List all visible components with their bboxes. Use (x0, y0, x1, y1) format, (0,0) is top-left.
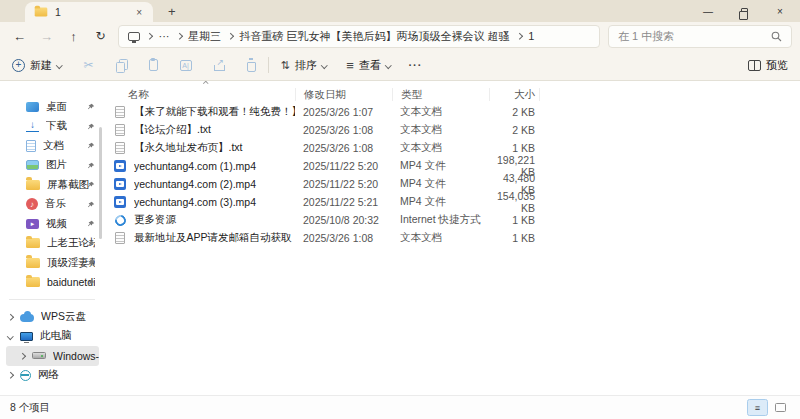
tab-title: 1 (55, 6, 134, 18)
up-button[interactable]: ↑ (60, 29, 87, 44)
tab-bar: 1 × + — × (0, 0, 800, 22)
navigation-bar: ← → ↑ ↻ ··· 星期三 抖音重磅 巨乳女神【美艳后妈】两场顶级全裸会议 … (0, 22, 800, 50)
sidebar-divider (9, 299, 95, 300)
video-file-icon (114, 178, 126, 190)
back-button[interactable]: ← (6, 29, 33, 44)
delete-button[interactable] (247, 62, 256, 72)
search-placeholder: 在 1 中搜索 (618, 29, 674, 44)
file-row[interactable]: 【来了就能下载和观看！纯免费！】.txt 2025/3/26 1:07 文本文档… (108, 103, 800, 121)
item-count: 8 个项目 (10, 401, 50, 415)
video-file-icon (114, 160, 126, 172)
sidebar-item-windows-ssd[interactable]: Windows-SSD (6, 346, 99, 366)
column-header-type[interactable]: 类型 (393, 88, 490, 101)
window-controls: — × (702, 0, 800, 22)
sidebar-item-documents[interactable]: 文档 (0, 136, 104, 156)
pin-icon (87, 103, 95, 111)
sidebar-item-folder-2[interactable]: 顶级淫妻戴安 (0, 253, 104, 273)
cloud-icon (20, 314, 34, 322)
new-tab-button[interactable]: + (168, 4, 176, 19)
column-header-date[interactable]: 修改日期 (296, 88, 393, 101)
rename-button[interactable] (180, 60, 192, 71)
chevron-right-icon (516, 33, 522, 39)
close-button[interactable]: × (774, 6, 786, 17)
details-view-button[interactable]: ≡ (747, 399, 768, 416)
collapse-chevron-icon[interactable] (7, 333, 13, 339)
explorer-tab[interactable]: 1 × (25, 2, 153, 22)
view-toggles: ≡ (747, 399, 786, 416)
command-toolbar: 新建 ✂ ⇅ 排序 ≡ 查看 ··· 预览 (0, 50, 800, 81)
folder-icon (26, 180, 40, 190)
pin-icon (87, 162, 95, 170)
breadcrumb-collapsed[interactable]: ··· (159, 30, 170, 42)
file-row[interactable]: yechuntang4.com (2).mp4 2025/11/22 5:20 … (108, 175, 800, 193)
text-file-icon (115, 106, 125, 118)
paste-button[interactable] (149, 59, 158, 71)
sidebar-item-pictures[interactable]: 图片 (0, 156, 104, 176)
search-input[interactable]: 在 1 中搜索 (608, 25, 792, 48)
video-file-icon (114, 196, 126, 208)
new-plus-icon (12, 59, 25, 72)
breadcrumb-segment[interactable]: 星期三 (188, 29, 221, 44)
sidebar-item-music[interactable]: 音乐 (0, 195, 104, 215)
folder-icon (35, 8, 48, 17)
new-button[interactable]: 新建 (12, 58, 62, 73)
sort-button[interactable]: ⇅ 排序 (281, 58, 327, 73)
network-icon (20, 370, 31, 381)
videos-icon (26, 219, 39, 229)
share-button[interactable] (214, 59, 225, 71)
sidebar-item-this-pc[interactable]: 此电脑 (0, 327, 104, 347)
column-header-name[interactable]: 名称 (128, 88, 296, 101)
chevron-right-icon (176, 33, 182, 39)
file-row[interactable]: yechuntang4.com (3).mp4 2025/11/22 5:21 … (108, 193, 800, 211)
sidebar-item-screenshots[interactable]: 屏幕截图 (0, 175, 104, 195)
expand-chevron-icon[interactable] (7, 372, 13, 378)
text-file-icon (115, 124, 125, 136)
file-explorer-window: 1 × + — × ← → ↑ ↻ ··· 星期三 抖音重磅 巨乳女神【美艳后妈… (0, 0, 800, 419)
sidebar-item-videos[interactable]: 视频 (0, 214, 104, 234)
restore-icon (741, 8, 748, 15)
forward-button[interactable]: → (33, 29, 60, 44)
text-file-icon (115, 232, 125, 244)
large-icons-view-button[interactable] (775, 403, 786, 412)
preview-button[interactable]: 预览 (748, 58, 788, 73)
navigation-pane: 桌面 下载 文档 图片 屏幕截图 (0, 81, 104, 395)
pin-icon (87, 123, 95, 131)
folder-icon (26, 277, 40, 287)
minimize-button[interactable]: — (702, 6, 714, 17)
preview-pane-icon (748, 60, 761, 71)
sidebar-scrollbar[interactable] (99, 127, 102, 239)
file-row[interactable]: yechuntang4.com (1).mp4 2025/11/22 5:20 … (108, 157, 800, 175)
file-row[interactable]: 最新地址及APP请发邮箱自动获取！！！.txt 2025/3/26 1:08 文… (108, 229, 800, 247)
computer-icon (20, 332, 33, 341)
file-list-pane: 名称 修改日期 类型 大小 【来了就能下载和观看！纯免费！】.txt 2025/… (104, 81, 800, 395)
expand-chevron-icon[interactable] (19, 353, 25, 359)
chevron-right-icon (146, 33, 152, 39)
sidebar-item-folder-3[interactable]: baidunetdisl (0, 273, 104, 293)
refresh-button[interactable]: ↻ (87, 29, 114, 43)
sidebar-item-desktop[interactable]: 桌面 (0, 97, 104, 117)
sidebar-item-wps-cloud[interactable]: WPS云盘 (0, 307, 104, 327)
sidebar-item-folder-1[interactable]: 上老王论坛当 (0, 234, 104, 254)
chevron-down-icon (56, 62, 62, 68)
breadcrumb-segment[interactable]: 1 (528, 30, 534, 42)
search-icon (771, 31, 782, 42)
file-row[interactable]: 【论坛介绍】.txt 2025/3/26 1:08 文本文档 2 KB (108, 121, 800, 139)
sidebar-item-network[interactable]: 网络 (0, 366, 104, 386)
more-options-button[interactable]: ··· (408, 59, 422, 71)
pin-icon (87, 240, 95, 248)
view-label: 查看 (359, 58, 381, 73)
copy-button[interactable] (116, 59, 127, 71)
sidebar-item-downloads[interactable]: 下载 (0, 117, 104, 137)
file-row[interactable]: 更多资源 2025/10/8 20:32 Internet 快捷方式 1 KB (108, 211, 800, 229)
file-row[interactable]: 【永久地址发布页】.txt 2025/3/26 1:08 文本文档 1 KB (108, 139, 800, 157)
restore-button[interactable] (738, 8, 750, 15)
column-header-size[interactable]: 大小 (490, 88, 540, 101)
expand-chevron-icon[interactable] (7, 314, 13, 320)
cut-button[interactable]: ✂ (84, 58, 94, 72)
folder-icon (26, 258, 40, 268)
breadcrumb-segment[interactable]: 抖音重磅 巨乳女神【美艳后妈】两场顶级全裸会议 超骚 (240, 29, 510, 44)
view-button[interactable]: ≡ 查看 (346, 58, 390, 73)
desktop-icon (26, 102, 39, 112)
tab-close-icon[interactable]: × (134, 7, 144, 18)
address-bar[interactable]: ··· 星期三 抖音重磅 巨乳女神【美艳后妈】两场顶级全裸会议 超骚 1 (118, 25, 600, 48)
